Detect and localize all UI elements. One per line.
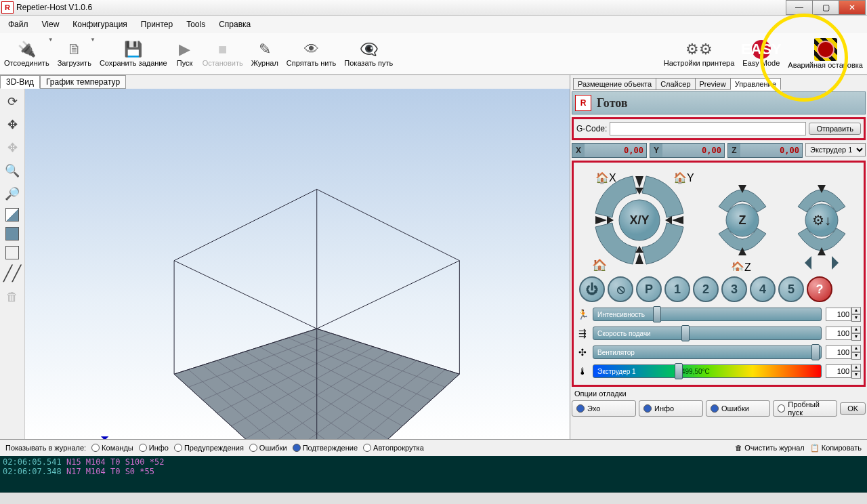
fan-value[interactable] — [826, 345, 851, 359]
app-icon: R — [1, 1, 14, 14]
close-button[interactable]: ✕ — [839, 0, 866, 15]
menu-file[interactable]: Файл — [5, 18, 31, 30]
script5-button[interactable]: 5 — [778, 276, 804, 302]
log-button[interactable]: ✎ Журнал — [247, 34, 282, 73]
filter-ack[interactable]: Подтверждение — [293, 444, 358, 452]
debug-label: Опции отладки — [574, 390, 863, 398]
filter-warn[interactable]: Предупреждения — [174, 444, 244, 452]
extrude-next-icon[interactable] — [832, 256, 839, 270]
jog-extruder: ⚙↓ — [791, 169, 852, 271]
front-view-icon[interactable] — [5, 227, 19, 240]
info-toggle[interactable]: Инфо — [639, 400, 703, 417]
load-button[interactable]: 🗎 Загрузить ▼ — [54, 34, 96, 73]
script3-button[interactable]: 3 — [721, 276, 747, 302]
svg-text:⚙↓: ⚙↓ — [812, 213, 831, 228]
filter-err[interactable]: Ошибки — [249, 444, 287, 452]
trash-icon[interactable]: 🗑 — [3, 288, 21, 306]
fan-slider[interactable]: Вентилятор — [593, 345, 822, 359]
extrude-prev-icon[interactable] — [805, 256, 811, 270]
log-filters: Показывать в журнале: Команды Инфо Преду… — [0, 440, 867, 456]
jog-z: Z 🏠Z — [712, 169, 773, 271]
fan-slider-row: ✣ Вентилятор ▲▼ — [576, 344, 861, 360]
log-filter-title: Показывать в журнале: — [5, 444, 86, 452]
filter-commands[interactable]: Команды — [91, 444, 133, 452]
debug-row: Эхо Инфо Ошибки Пробный пуск OK — [572, 400, 866, 417]
top-view-icon[interactable] — [5, 246, 19, 259]
errors-toggle[interactable]: Ошибки — [706, 400, 770, 417]
power-button[interactable]: ⏻ — [579, 276, 605, 302]
speed-value[interactable] — [826, 308, 851, 321]
fit-icon[interactable]: 🔎 — [3, 185, 21, 203]
filter-info[interactable]: Инфо — [139, 444, 169, 452]
tab-3dview[interactable]: 3D-Вид — [0, 75, 40, 89]
menu-tools[interactable]: Tools — [184, 18, 208, 30]
menubar: Файл View Конфигурация Принтер Tools Спр… — [0, 16, 867, 33]
menu-config[interactable]: Конфигурация — [70, 18, 130, 30]
park-button[interactable]: P — [636, 276, 662, 302]
menu-printer[interactable]: Принтер — [138, 18, 175, 30]
clear-log-button[interactable]: 🗑 Очистить журнал — [735, 444, 805, 452]
extruder-temp-value[interactable] — [826, 364, 851, 378]
showpath-button[interactable]: 👁‍🗨 Показать путь — [340, 34, 397, 73]
zoom-icon[interactable]: 🔍 — [3, 162, 21, 180]
parallel-icon[interactable]: ╱╱ — [3, 265, 21, 282]
home-all-icon[interactable]: 🏠 — [592, 258, 608, 271]
plug-icon: 🔌 — [17, 40, 36, 59]
status-text: Готов — [597, 96, 628, 110]
rotate-icon[interactable]: ✥ — [3, 139, 21, 156]
speed-slider-row: 🏃 Интенсивность ▲▼ — [576, 306, 861, 322]
menu-help[interactable]: Справка — [216, 18, 253, 30]
disconnect-button[interactable]: 🔌 Отсоединить ▼ — [0, 34, 54, 73]
reset-view-icon[interactable]: ⟳ — [3, 93, 21, 110]
log-text[interactable]: 02:06:05.541 N15 M104 T0 S100 *52 02:06:… — [0, 456, 867, 492]
svg-marker-37 — [595, 216, 607, 224]
speed-slider[interactable]: Интенсивность — [593, 308, 822, 321]
filter-autoscroll[interactable]: Автопрокрутка — [363, 444, 424, 452]
minimize-button[interactable]: — — [786, 0, 813, 15]
hide-filament-button[interactable]: 👁 Спрятать нить — [282, 34, 340, 73]
emergency-stop-button[interactable]: Аварийная остановка — [784, 34, 867, 73]
home-x-icon[interactable]: 🏠X — [595, 171, 616, 184]
tab-preview[interactable]: Preview — [695, 78, 731, 90]
script4-button[interactable]: 4 — [750, 276, 776, 302]
home-y-icon[interactable]: 🏠Y — [673, 171, 694, 184]
feed-slider[interactable]: Скорость подачи — [593, 327, 822, 340]
move-icon[interactable]: ✥ — [3, 116, 21, 133]
save-icon: 💾 — [124, 40, 143, 59]
coord-row: X0,00 Y0,00 Z0,00 Экструдер 1 — [572, 143, 866, 158]
left-pane: 3D-Вид График температур ⟳ ✥ ✥ 🔍 🔎 ╱╱ 🗑 — [0, 75, 570, 439]
extruder-temp-slider[interactable]: Экструдер 1 499,50°C — [593, 364, 822, 378]
play-icon: ▶ — [175, 40, 194, 59]
iso-view-icon[interactable] — [5, 208, 19, 222]
dryrun-toggle[interactable]: Пробный пуск — [773, 400, 837, 417]
printer-settings-button[interactable]: ⚙⚙ Настройки принтера — [660, 34, 739, 73]
control-panel: R Готов G-Code: Отправить X0,00 Y0,00 Z0… — [570, 90, 867, 439]
maximize-button[interactable]: ▢ — [812, 0, 839, 15]
stop-button[interactable]: ■ Остановить — [198, 34, 247, 73]
app-root: R Repetier-Host V1.0.6 — ▢ ✕ Файл View К… — [0, 0, 867, 504]
estop-icon — [814, 38, 837, 61]
tab-temperature[interactable]: График температур — [40, 75, 126, 89]
motor-off-button[interactable]: ⦸ — [608, 276, 633, 302]
feed-value[interactable] — [826, 327, 851, 340]
script2-button[interactable]: 2 — [693, 276, 719, 302]
run-button[interactable]: ▶ Пуск — [171, 34, 198, 73]
menu-view[interactable]: View — [39, 18, 62, 30]
echo-toggle[interactable]: Эхо — [572, 400, 636, 417]
debug-ok-button[interactable]: OK — [840, 402, 866, 415]
easy-mode-button[interactable]: EASY Easy Mode — [738, 34, 784, 73]
tab-control[interactable]: Управление — [730, 78, 781, 90]
tab-slicer[interactable]: Слайсер — [656, 78, 695, 90]
save-button[interactable]: 💾 Сохранить задание — [96, 34, 171, 73]
script1-button[interactable]: 1 — [664, 276, 690, 302]
svg-marker-34 — [101, 436, 108, 439]
gcode-input[interactable] — [610, 122, 806, 135]
extruder-select[interactable]: Экструдер 1 — [805, 143, 866, 156]
tab-object-placement[interactable]: Размещение объекта — [573, 78, 656, 90]
help-button[interactable]: ? — [807, 276, 832, 302]
home-z-icon[interactable]: 🏠Z — [731, 261, 751, 271]
extruder-temp-icon: 🌡 — [576, 366, 589, 377]
send-button[interactable]: Отправить — [809, 123, 861, 135]
viewport-3d[interactable]: ⟳ ✥ ✥ 🔍 🔎 ╱╱ 🗑 — [0, 89, 570, 439]
copy-log-button[interactable]: 📋 Копировать — [810, 444, 862, 453]
